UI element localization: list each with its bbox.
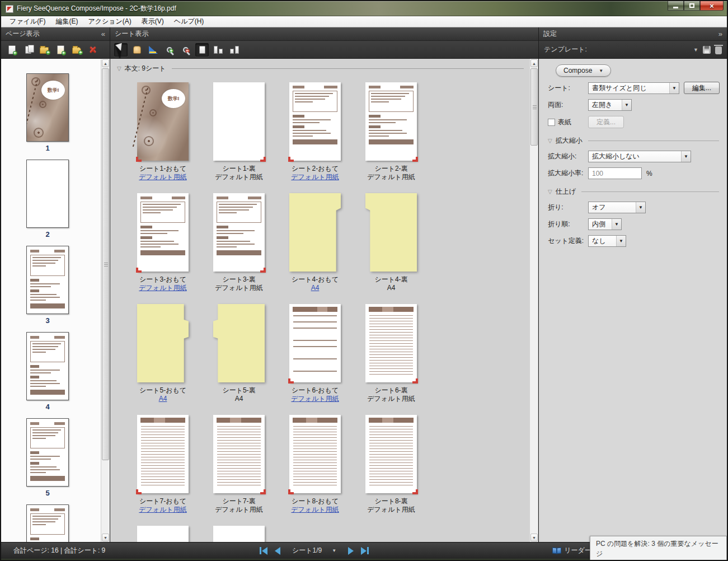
fold-order-dropdown[interactable]: 内側 ▼ <box>588 218 622 230</box>
body-section-header[interactable]: ▽ 本文: 9シート <box>110 59 538 73</box>
bleed-corner-mark <box>260 268 266 273</box>
pan-tool-icon[interactable] <box>130 43 144 57</box>
sheet-paper-link[interactable]: デフォルト用紙 <box>291 173 339 181</box>
page-thumbnail-cell[interactable] <box>26 504 69 542</box>
next-sheet-button[interactable] <box>347 546 355 556</box>
page-thumbnail-cell[interactable]: 2 <box>26 160 69 239</box>
title-bar[interactable]: Fiery SeeQuence Compose/Impose - 2C-数学16… <box>1 1 727 16</box>
page-thumbnail-cell[interactable]: 3 <box>26 246 69 325</box>
bleed-corner-mark <box>288 157 294 162</box>
sheet-cell[interactable]: シート3-裏 デフォルト用紙 <box>201 193 277 292</box>
tooltip-line-2: 合計 5 個のメッセージ <box>596 559 721 561</box>
open-file-icon[interactable]: + <box>37 43 51 57</box>
page-view-toggle-icon[interactable] <box>195 43 209 57</box>
previous-sheet-button[interactable] <box>274 546 281 556</box>
sheet-paper-link[interactable]: デフォルト用紙 <box>139 173 186 181</box>
maximize-button[interactable] <box>684 1 700 11</box>
menu-item-3[interactable]: 表示(V) <box>137 16 169 27</box>
expand-panel-icon[interactable]: » <box>718 30 722 38</box>
delete-page-icon[interactable] <box>86 43 100 57</box>
cover-label: 表紙 <box>558 118 571 127</box>
add-page-icon[interactable]: + <box>5 43 18 57</box>
sheet-cell[interactable]: シート5-おもて A4 <box>125 304 201 403</box>
collapse-panel-icon[interactable]: « <box>101 30 105 38</box>
sheet-paper-link[interactable]: A4 <box>311 284 320 292</box>
scale-dropdown[interactable]: 拡大縮小しない ▼ <box>588 151 691 162</box>
fold-field-label: 折り: <box>548 203 588 212</box>
cover-checkbox[interactable] <box>548 119 555 126</box>
sheet-cell[interactable] <box>201 526 277 542</box>
sheet-cell[interactable] <box>125 526 201 542</box>
first-sheet-button[interactable] <box>259 546 269 556</box>
page-number: 2 <box>45 230 49 239</box>
section-title: 本文: 9シート <box>125 64 166 73</box>
page-list-scrollbar[interactable]: ▲ ▼ <box>101 59 109 542</box>
duplex-dropdown[interactable]: 左開き ▼ <box>588 99 632 111</box>
chevron-down-icon: ▼ <box>612 219 621 230</box>
app-icon <box>6 5 13 13</box>
scroll-down-icon[interactable]: ▼ <box>102 534 109 541</box>
menu-item-1[interactable]: 編集(E) <box>50 16 83 27</box>
sheet-paper-link[interactable]: デフォルト用紙 <box>291 395 339 403</box>
sheet-cell[interactable]: シート8-おもて デフォルト用紙 <box>277 415 353 514</box>
sheet-label: シート5-おもて <box>139 386 186 395</box>
sheet-cell[interactable]: シート6-裏 デフォルト用紙 <box>353 304 429 403</box>
sheet-grid-scrollbar[interactable]: ▲ ▼ <box>529 59 538 542</box>
template-label: テンプレート: <box>544 45 587 54</box>
sheet-size-dropdown[interactable]: 書類サイズと同じ ▼ <box>588 82 679 94</box>
zoom-in-tool-icon[interactable]: + <box>163 43 176 57</box>
collapse-section-icon[interactable]: ▽ <box>548 189 552 195</box>
menu-item-0[interactable]: ファイル(F) <box>4 16 50 27</box>
set-definition-dropdown[interactable]: なし ▼ <box>588 235 626 247</box>
measure-tool-icon[interactable] <box>147 43 160 57</box>
finish-section-header[interactable]: ▽ 仕上げ <box>548 187 719 197</box>
select-tool-icon[interactable] <box>114 43 128 57</box>
insert-tab-icon[interactable]: + <box>70 43 83 57</box>
zoom-out-tool-icon[interactable]: − <box>179 43 192 57</box>
scroll-up-icon[interactable]: ▲ <box>530 59 538 67</box>
sheet-cell[interactable]: シート8-裏 デフォルト用紙 <box>353 415 429 514</box>
chevron-down-icon: ▼ <box>332 548 336 553</box>
menu-item-2[interactable]: アクション(A) <box>83 16 136 27</box>
sheet-cell[interactable]: シート2-裏 デフォルト用紙 <box>353 82 429 181</box>
split-view-b-icon[interactable] <box>228 43 241 57</box>
template-dropdown-icon[interactable]: ▼ <box>693 47 698 53</box>
page-thumbnail-cell[interactable]: 4 <box>26 332 69 411</box>
sheet-cell[interactable]: シート1-裏 デフォルト用紙 <box>201 82 277 181</box>
page-thumbnail-cell[interactable]: 5 <box>26 418 69 497</box>
collapse-section-icon[interactable]: ▽ <box>548 138 552 144</box>
scroll-up-icon[interactable]: ▲ <box>102 59 109 67</box>
sheet-cell[interactable]: シート4-裏 A4 <box>353 193 429 292</box>
menu-item-4[interactable]: ヘルプ(H) <box>169 16 209 27</box>
os-notification-tooltip[interactable]: PC の問題を解決: 3 個の重要なメッセージ 合計 5 個のメッセージ <box>590 536 727 561</box>
sheet-cell[interactable]: シート7-おもて デフォルト用紙 <box>125 415 201 514</box>
edit-button[interactable]: 編集... <box>684 82 720 94</box>
last-sheet-button[interactable] <box>360 546 370 556</box>
sheet-paper-label: A4 <box>387 284 396 292</box>
sheet-paper-link[interactable]: デフォルト用紙 <box>139 506 186 514</box>
split-view-a-icon[interactable] <box>212 43 225 57</box>
sheet-paper-link[interactable]: A4 <box>159 395 167 403</box>
scale-section-header[interactable]: ▽ 拡大縮小 <box>548 136 719 146</box>
page-thumbnail-cell[interactable]: 数学I 1 <box>26 73 69 152</box>
insert-page-icon[interactable]: + <box>54 43 67 57</box>
sheet-paper-link[interactable]: デフォルト用紙 <box>291 506 339 514</box>
collapse-section-icon[interactable]: ▽ <box>117 66 121 72</box>
minimize-button[interactable] <box>668 1 684 11</box>
sheet-paper-link[interactable]: デフォルト用紙 <box>139 284 186 292</box>
save-template-icon[interactable] <box>703 46 711 54</box>
delete-template-icon[interactable] <box>715 46 722 54</box>
close-button[interactable]: × <box>700 1 724 11</box>
sheet-position-dropdown[interactable]: シート1/9 ▼ <box>286 546 342 555</box>
sheet-cell[interactable]: シート5-裏 A4 <box>201 304 277 403</box>
sheet-cell[interactable]: 数学Iシート1-おもて デフォルト用紙 <box>125 82 201 181</box>
sheet-cell[interactable]: シート3-おもて デフォルト用紙 <box>125 193 201 292</box>
mode-dropdown[interactable]: Compose ▼ <box>556 64 611 77</box>
duplicate-page-icon[interactable] <box>21 43 35 57</box>
sheet-cell[interactable]: シート4-おもて A4 <box>277 193 353 292</box>
scroll-down-icon[interactable]: ▼ <box>530 534 538 541</box>
sheet-cell[interactable]: シート7-裏 デフォルト用紙 <box>201 415 277 514</box>
sheet-cell[interactable]: シート6-おもて デフォルト用紙 <box>277 304 353 403</box>
sheet-cell[interactable]: シート2-おもて デフォルト用紙 <box>277 82 353 181</box>
fold-dropdown[interactable]: オフ ▼ <box>588 202 646 213</box>
